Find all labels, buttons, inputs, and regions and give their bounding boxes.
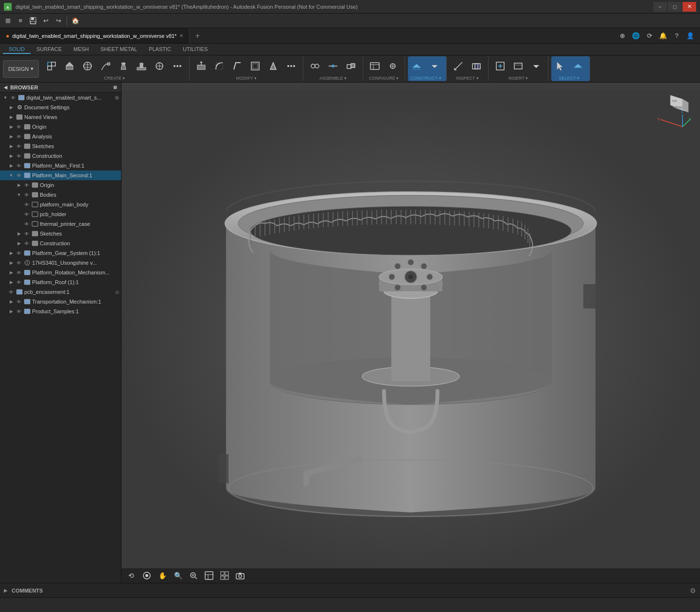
- browser-expand-icon[interactable]: ⊞: [113, 85, 117, 90]
- extrude-btn[interactable]: [61, 56, 78, 76]
- pan-btn[interactable]: [141, 570, 153, 581]
- revolve-btn[interactable]: [79, 56, 96, 76]
- origin2-eye[interactable]: 👁: [23, 182, 30, 188]
- bodies-eye[interactable]: 👁: [23, 191, 30, 198]
- browser-item-17hs3401[interactable]: ▶ 👁 17HS3401_Usongshine v...: [0, 258, 121, 268]
- joint-origin-btn[interactable]: [324, 56, 342, 76]
- browser-item-thermal-printer-case[interactable]: 👁 thermal_printer_case: [0, 219, 121, 229]
- tab-plastic[interactable]: PLASTIC: [143, 45, 177, 54]
- comments-settings-icon[interactable]: ⚙: [690, 587, 696, 595]
- sketches-eye[interactable]: 👁: [16, 143, 22, 150]
- loft-btn[interactable]: [115, 56, 132, 76]
- hs-eye[interactable]: 👁: [16, 259, 22, 266]
- zoom-window-btn[interactable]: [188, 570, 199, 581]
- sketches2-eye[interactable]: 👁: [23, 230, 30, 237]
- tab-surface[interactable]: SURFACE: [31, 45, 68, 54]
- undo-icon[interactable]: ↩: [40, 15, 52, 27]
- orbit-btn[interactable]: ⟲: [125, 570, 137, 581]
- construction2-eye[interactable]: 👁: [23, 240, 30, 247]
- pe-eye[interactable]: 👁: [8, 289, 15, 295]
- browser-item-analysis[interactable]: ▶ 👁 Analysis: [0, 132, 121, 141]
- zoom-btn[interactable]: 🔍: [172, 570, 184, 581]
- browser-item-construction-2[interactable]: ▶ 👁 Construction: [0, 238, 121, 248]
- browser-item-platform-main-first[interactable]: ▶ 👁 Platform_Main_First:1: [0, 161, 121, 170]
- modify-more-btn[interactable]: [282, 56, 300, 76]
- insert-derive-btn[interactable]: [491, 56, 509, 76]
- shell-btn[interactable]: [246, 56, 264, 76]
- tab-add-button[interactable]: +: [190, 28, 205, 43]
- display-mode-btn[interactable]: [203, 570, 215, 581]
- configure-btn1[interactable]: [366, 56, 384, 76]
- configure-btn2[interactable]: [384, 56, 402, 76]
- tab-utilities[interactable]: UTILITIES: [177, 45, 213, 54]
- comments-expand-icon[interactable]: ▶: [4, 588, 8, 593]
- browser-collapse-icon[interactable]: ◀: [4, 85, 7, 90]
- tab-sheet-metal[interactable]: SHEET METAL: [95, 45, 143, 54]
- save-icon[interactable]: [27, 15, 39, 27]
- select-btn[interactable]: [551, 56, 569, 76]
- browser-item-origin-2[interactable]: ▶ 👁 Origin: [0, 180, 121, 190]
- sweep-btn[interactable]: [97, 56, 114, 76]
- new-component-btn[interactable]: [43, 56, 60, 76]
- question-icon[interactable]: ?: [671, 30, 682, 42]
- as-built-joint-btn[interactable]: [342, 56, 360, 76]
- user-icon[interactable]: 👤: [684, 30, 696, 42]
- insert-more-btn[interactable]: [527, 56, 545, 76]
- create-more-btn[interactable]: [169, 56, 186, 76]
- tab-solid[interactable]: SOLID: [3, 45, 31, 54]
- fillet-btn[interactable]: [210, 56, 228, 76]
- root-eye[interactable]: 👁: [10, 94, 17, 101]
- browser-item-platform-gear-system[interactable]: ▶ 👁 Platform_Gear_System (1):1: [0, 248, 121, 258]
- press-pull-btn[interactable]: [192, 56, 210, 76]
- close-button[interactable]: ✕: [682, 2, 696, 12]
- rib-btn[interactable]: [133, 56, 150, 76]
- globe-icon[interactable]: 🌐: [630, 30, 642, 42]
- browser-item-sketches-2[interactable]: ▶ 👁 Sketches: [0, 229, 121, 238]
- notification-icon[interactable]: 🔔: [657, 30, 669, 42]
- hand-pan-btn[interactable]: ✋: [157, 570, 168, 581]
- active-tab[interactable]: ● digital_twin_enabled_smart_shipping_wo…: [0, 28, 190, 43]
- maximize-button[interactable]: □: [668, 2, 682, 12]
- browser-item-construction[interactable]: ▶ 👁 Construction: [0, 151, 121, 161]
- browser-item-platform-rotation[interactable]: ▶ 👁 Platform_Rotation_Mechanism...: [0, 268, 121, 277]
- canvas-btn[interactable]: [509, 56, 527, 76]
- chamfer-btn[interactable]: [228, 56, 246, 76]
- redo-icon[interactable]: ↪: [52, 15, 64, 27]
- browser-root[interactable]: ▼ 👁 digital_twin_enabled_smart_s... ⚙: [0, 93, 121, 102]
- minimize-button[interactable]: −: [653, 2, 667, 12]
- camera-btn[interactable]: [234, 570, 246, 581]
- browser-item-bodies[interactable]: ▼ 👁 Bodies: [0, 190, 121, 200]
- browser-item-named-views[interactable]: ▶ Named Views: [0, 112, 121, 122]
- grid-menu-icon[interactable]: ⊞: [2, 15, 14, 27]
- roof-eye[interactable]: 👁: [16, 279, 22, 286]
- select-filter-btn[interactable]: [569, 56, 587, 76]
- construction-eye[interactable]: 👁: [16, 153, 22, 159]
- new-joint-btn[interactable]: [306, 56, 324, 76]
- construct-more-btn[interactable]: [426, 56, 443, 76]
- viewport[interactable]: X Y Z FRONT TOP ⟲: [122, 83, 700, 583]
- browser-item-platform-main-body[interactable]: 👁 platform_main_body: [0, 200, 121, 209]
- pr-eye[interactable]: 👁: [16, 269, 22, 276]
- help-circle-icon[interactable]: ⊕: [616, 30, 628, 42]
- design-button[interactable]: DESIGN ▾: [3, 60, 39, 78]
- home-icon[interactable]: 🏠: [70, 15, 81, 27]
- hamburger-menu-icon[interactable]: ≡: [15, 15, 26, 27]
- browser-item-pcb-holder[interactable]: 👁 pcb_holder: [0, 209, 121, 219]
- pmf-eye[interactable]: 👁: [16, 162, 22, 169]
- analysis-eye[interactable]: 👁: [16, 133, 22, 140]
- draft-btn[interactable]: [264, 56, 282, 76]
- tab-close-icon[interactable]: ✕: [179, 33, 183, 38]
- web-btn[interactable]: [151, 56, 168, 76]
- root-settings[interactable]: ⚙: [115, 95, 119, 101]
- pms-eye[interactable]: 👁: [16, 172, 22, 179]
- pmb-eye[interactable]: 👁: [23, 201, 30, 208]
- browser-item-doc-settings[interactable]: ▶ ⚙ Document Settings: [0, 102, 121, 112]
- ph-eye[interactable]: 👁: [23, 211, 30, 218]
- browser-item-pcb-encasement[interactable]: 👁 pcb_encasement:1 ⊙: [0, 287, 121, 297]
- browser-item-sketches[interactable]: ▶ 👁 Sketches: [0, 141, 121, 151]
- tm-eye[interactable]: 👁: [16, 298, 22, 305]
- ps-eye[interactable]: 👁: [16, 308, 22, 315]
- browser-item-origin[interactable]: ▶ 👁 Origin: [0, 122, 121, 132]
- browser-item-platform-main-second[interactable]: ▼ 👁 Platform_Main_Second:1: [0, 170, 121, 180]
- browser-item-platform-roof[interactable]: ▶ 👁 Platform_Roof (1):1: [0, 277, 121, 287]
